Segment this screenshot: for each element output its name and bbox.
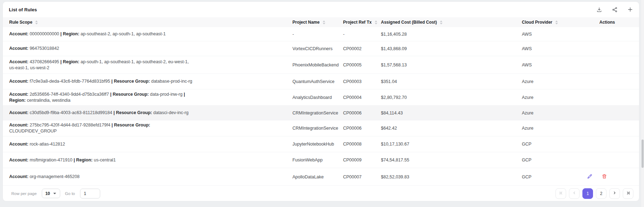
scope-part-label: Account: (9, 158, 28, 162)
project-name-cell: JupyterNotebookHub (292, 142, 343, 147)
scope-separator: | (182, 92, 185, 97)
rows-per-page-select[interactable]: 10 (42, 189, 60, 198)
rows-per-page-label: Row per page (11, 191, 37, 196)
scope-part-value: data-prod-inw-rg (149, 92, 182, 97)
column-header-cloud-provider[interactable]: Cloud Provider (522, 20, 586, 25)
share-icon (612, 7, 618, 13)
chevron-down-icon (53, 193, 56, 195)
table-row[interactable]: Account: org-management-465208ApolloData… (3, 168, 639, 186)
table-row[interactable]: Account: 964753018842VortexCICDRunnersCP… (3, 41, 639, 56)
table-header-row: Rule ScopeProject NameProject Ref TxAssi… (3, 17, 639, 27)
rule-scope-text: Account: 964753018842 (9, 46, 195, 52)
sort-icon[interactable] (375, 20, 377, 24)
prev-page-button[interactable] (569, 188, 580, 199)
scope-separator: | (73, 158, 76, 162)
scope-part-value: database-prod-inc-rg (150, 79, 192, 84)
sort-icon[interactable] (35, 20, 38, 24)
assigned-cost-cell: $2,80,792.70 (381, 95, 522, 100)
assigned-cost-cell: $1,43,868.09 (381, 46, 522, 51)
scope-part-value: 000000000000 (28, 31, 59, 36)
column-header-project-name[interactable]: Project Name (292, 20, 343, 25)
rule-scope-cell: Account: 437082666495 | Region: ap-south… (9, 59, 292, 71)
cloud-provider-cell: GCP (522, 142, 586, 147)
table-row[interactable]: Account: f7c9e3a8-deda-43c6-bfdb-7764d83… (3, 74, 639, 89)
sort-icon[interactable] (440, 20, 443, 24)
assigned-cost-cell: $351.04 (381, 79, 522, 84)
pagination: 12 (555, 188, 633, 199)
last-page-button[interactable] (623, 188, 633, 199)
edit-pencil-icon (587, 173, 593, 181)
project-ref-cell: CP00009 (343, 158, 381, 162)
table-row[interactable]: Account: rock-atlas-412812JupyterNoteboo… (3, 136, 639, 152)
goto-page-input[interactable] (80, 189, 100, 199)
project-ref-cell: CP00006 (343, 126, 381, 131)
page-title: List of Rules (9, 7, 37, 12)
scope-separator: | (109, 92, 113, 97)
scope-part-label: Resource Group: (116, 110, 152, 115)
project-ref-cell: - (343, 32, 381, 37)
cloud-provider-cell: AWS (522, 32, 586, 37)
table-row[interactable]: Account: c30d5bd9-f9ba-4003-ac63-811218d… (3, 106, 639, 120)
rule-scope-text: Account: rock-atlas-412812 (9, 141, 195, 147)
last-page-icon (626, 191, 631, 196)
cloud-provider-cell: Azure (522, 126, 586, 131)
column-header-label: Project Name (292, 20, 320, 25)
column-header-project-ref-tx[interactable]: Project Ref Tx (343, 20, 381, 25)
project-ref-cell: CP00008 (343, 142, 381, 147)
assigned-cost-cell: $642.42 (381, 126, 522, 131)
project-name-cell: ApolloDataLake (292, 175, 343, 179)
scope-part-label: Account: (9, 31, 28, 36)
sort-icon[interactable] (555, 20, 558, 24)
rule-scope-cell: Account: msftmigration-471910 | Region: … (9, 157, 292, 163)
download-icon (596, 7, 602, 13)
scope-part-value: c30d5bd9-f9ba-4003-ac63-811218d99184 (28, 110, 112, 115)
scope-part-value: 437082666495 (28, 59, 59, 64)
project-name-cell: PhoenixMobileBackend (292, 63, 343, 67)
scrollbar-thumb[interactable] (642, 140, 644, 168)
table-row[interactable]: Account: 437082666495 | Region: ap-south… (3, 56, 639, 74)
actions-cell (586, 174, 633, 180)
assigned-cost-cell: $74,54,817.55 (381, 158, 522, 162)
column-header-label: Rule Scope (9, 20, 32, 25)
scope-part-value: datasci-dev-inc-rg (152, 110, 189, 115)
scope-part-value: rock-atlas-412812 (28, 142, 65, 147)
scrollbar-track[interactable] (641, 0, 644, 207)
column-header-label: Cloud Provider (522, 20, 552, 25)
scope-part-label: Resource Group: (114, 79, 150, 84)
scope-part-value: us-central1 (93, 158, 116, 162)
edit-rule-button[interactable] (586, 174, 593, 180)
delete-rule-button[interactable] (601, 174, 608, 180)
table-row[interactable]: Account: 000000000000 | Region: ap-south… (3, 27, 639, 41)
download-button[interactable] (596, 6, 602, 13)
table-footer: Row per page 10 Go to 12 (3, 186, 639, 201)
page-button-2[interactable]: 2 (596, 188, 606, 199)
rule-scope-text: Account: f7c9e3a8-deda-43c6-bfdb-7764d83… (9, 78, 195, 84)
add-button[interactable] (627, 6, 633, 13)
page-button-1[interactable]: 1 (582, 188, 593, 199)
scope-part-label: Account: (9, 110, 28, 115)
sort-icon[interactable] (323, 20, 325, 24)
rule-scope-text: Account: 437082666495 | Region: ap-south… (9, 59, 195, 71)
column-header-assigned-cost-billed-cost-[interactable]: Assigned Cost (Billed Cost) (381, 20, 522, 25)
column-header-label: Assigned Cost (Billed Cost) (381, 20, 437, 25)
scope-separator: | (112, 110, 116, 115)
scope-part-label: Region: (9, 98, 26, 103)
column-header-rule-scope[interactable]: Rule Scope (9, 20, 292, 25)
first-page-button[interactable] (555, 188, 566, 199)
cloud-provider-cell: Azure (522, 111, 586, 116)
next-page-button[interactable] (609, 188, 620, 199)
table-row[interactable]: Account: msftmigration-471910 | Region: … (3, 152, 639, 168)
list-of-rules-card: List of Rules (2, 1, 639, 201)
scope-separator: | (110, 79, 114, 84)
scope-part-label: Account: (9, 46, 28, 51)
scope-part-label: Region: (63, 59, 80, 64)
scope-separator: | (59, 59, 63, 64)
cloud-provider-cell: Azure (522, 95, 586, 100)
project-ref-cell: CP00003 (343, 79, 381, 84)
table-row[interactable]: Account: 275bc795-420f-4d44-8d17-9288efd… (3, 120, 639, 136)
table-row[interactable]: Account: 2d535656-74ff-4340-9dd4-d75b3ca… (3, 89, 639, 106)
share-button[interactable] (611, 6, 618, 13)
table-body: Account: 000000000000 | Region: ap-south… (3, 27, 639, 186)
first-page-icon (559, 191, 563, 196)
scope-part-label: Account: (9, 59, 28, 64)
